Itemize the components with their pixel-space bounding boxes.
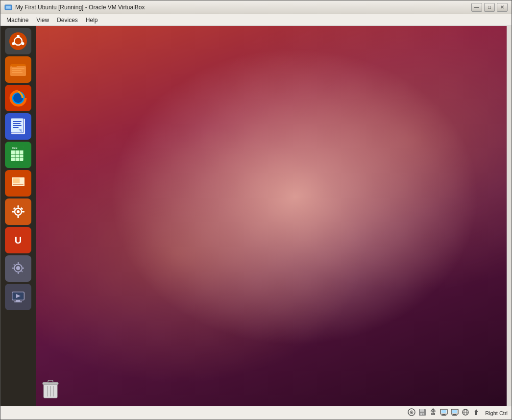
menu-help[interactable]: Help	[82, 16, 102, 25]
vbox-menubar: Machine View Devices Help	[0, 14, 512, 26]
status-icon-globe[interactable]	[462, 408, 469, 418]
svg-rect-11	[12, 68, 24, 69]
svg-rect-83	[441, 415, 446, 416]
launcher-icon-system[interactable]	[5, 198, 31, 225]
title-bar: My First Ubuntu [Running] - Oracle VM Vi…	[0, 0, 512, 14]
svg-rect-85	[452, 410, 457, 413]
svg-rect-35	[17, 187, 19, 190]
window-title-text: My First Ubuntu [Running] - Oracle VM Vi…	[15, 4, 471, 11]
ubuntu-desktop[interactable]	[36, 26, 507, 406]
svg-marker-91	[474, 409, 478, 415]
svg-rect-22	[13, 127, 19, 128]
svg-rect-67	[48, 380, 53, 383]
svg-rect-33	[13, 178, 20, 183]
svg-point-77	[422, 414, 424, 415]
svg-rect-40	[18, 205, 19, 208]
svg-rect-82	[442, 414, 445, 415]
svg-rect-81	[441, 410, 446, 413]
svg-rect-60	[16, 300, 20, 301]
svg-rect-25	[11, 149, 24, 150]
svg-point-50	[16, 266, 20, 270]
svg-rect-79	[434, 411, 435, 412]
close-button[interactable]: ✕	[497, 3, 508, 12]
vm-scrollbar[interactable]	[507, 26, 512, 406]
svg-rect-86	[453, 414, 456, 415]
menu-view[interactable]: View	[32, 16, 53, 25]
svg-rect-21	[13, 125, 22, 126]
svg-point-5	[17, 35, 20, 38]
svg-point-78	[431, 411, 433, 412]
launcher-icon-ubuntu-one[interactable]: U	[5, 227, 31, 253]
trash-icon-graphic	[41, 378, 60, 401]
status-icon-network2[interactable]	[451, 408, 459, 418]
svg-rect-13	[12, 72, 23, 73]
svg-rect-75	[420, 409, 424, 412]
minimize-button[interactable]: —	[471, 3, 482, 12]
svg-rect-43	[22, 211, 24, 213]
svg-rect-19	[13, 121, 22, 122]
launcher-icon-writer[interactable]	[5, 113, 31, 140]
launcher-icon-firefox[interactable]	[5, 85, 31, 111]
virtualbox-window: My First Ubuntu [Running] - Oracle VM Vi…	[0, 0, 512, 420]
launcher-icon-ubuntu[interactable]	[5, 28, 31, 54]
launcher-icon-files[interactable]	[5, 56, 31, 83]
svg-rect-20	[13, 123, 21, 124]
svg-text:U: U	[15, 235, 22, 246]
menu-machine[interactable]: Machine	[2, 16, 32, 25]
svg-point-39	[17, 210, 20, 213]
status-icon-optical[interactable]	[408, 408, 415, 418]
status-icon-floppy[interactable]	[418, 408, 426, 418]
svg-rect-87	[452, 415, 457, 416]
launcher-icon-synaptic[interactable]	[5, 255, 31, 282]
unity-launcher: Calc	[0, 26, 36, 406]
status-icon-network1[interactable]	[440, 408, 448, 418]
virtualbox-icon	[4, 3, 12, 11]
svg-rect-10	[11, 64, 17, 67]
svg-rect-42	[12, 211, 14, 213]
status-icon-download[interactable]	[472, 408, 480, 418]
ubuntu-vm-display: Calc	[0, 26, 512, 406]
svg-rect-61	[14, 301, 22, 302]
svg-point-73	[411, 412, 413, 413]
status-icon-usb[interactable]	[429, 408, 437, 418]
svg-point-6	[22, 42, 24, 45]
launcher-icon-impress[interactable]	[5, 170, 31, 197]
svg-rect-2	[6, 6, 10, 8]
svg-rect-36	[15, 190, 21, 191]
svg-text:Calc: Calc	[12, 147, 18, 149]
svg-rect-41	[18, 216, 19, 218]
right-ctrl-label: Right Ctrl	[485, 410, 508, 416]
maximize-button[interactable]: □	[484, 3, 495, 12]
svg-rect-34	[13, 184, 24, 185]
svg-rect-12	[12, 70, 22, 71]
vbox-statusbar: Right Ctrl	[0, 406, 512, 420]
svg-point-7	[12, 42, 15, 45]
trash-icon[interactable]	[41, 378, 60, 401]
launcher-icon-calc[interactable]: Calc	[5, 142, 31, 168]
launcher-icon-screencast[interactable]	[5, 284, 31, 310]
window-controls: — □ ✕	[471, 3, 508, 12]
menu-devices[interactable]: Devices	[53, 16, 82, 25]
